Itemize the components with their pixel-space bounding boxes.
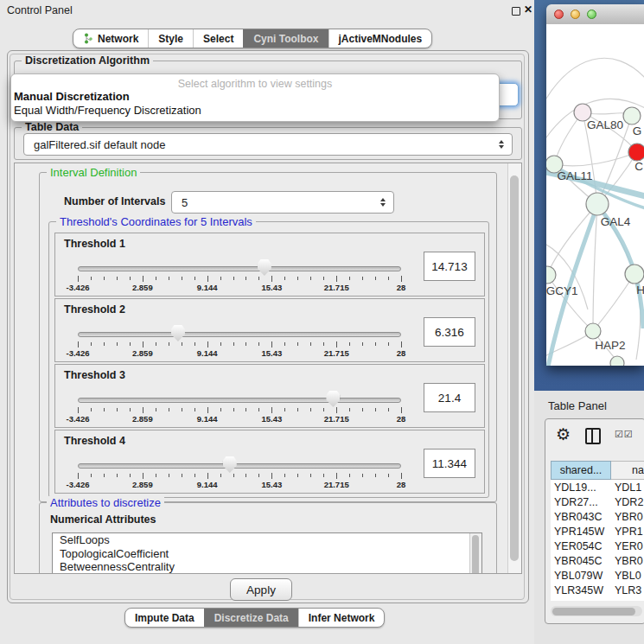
node-table[interactable]: shared... na YDL19...YDL1YDR27...YDR2YBR…	[551, 461, 644, 601]
network-canvas[interactable]: GAL80GCGAL11GAL4GCY1HHAP2	[546, 24, 644, 366]
slider-thumb[interactable]	[171, 325, 185, 341]
slider-thumb[interactable]	[223, 456, 237, 473]
close-traffic-light-icon[interactable]	[554, 10, 564, 19]
network-node-c[interactable]	[628, 143, 644, 161]
table-row[interactable]: YLR345WYLR3	[551, 583, 644, 597]
column-header-shared-name[interactable]: shared...	[551, 461, 611, 480]
top-tab-bar: NetworkStyleSelectCyni ToolboxjActiveMNo…	[73, 29, 432, 48]
tick-mark	[117, 277, 118, 280]
tick-mark	[220, 342, 221, 346]
table-row[interactable]: YPR145WYPR1	[551, 524, 644, 539]
tick-mark	[169, 474, 169, 477]
tick-label: -3.426	[67, 348, 90, 358]
network-node-gal4[interactable]	[586, 193, 609, 215]
slider[interactable]: -3.4262.8599.14415.4321.71528	[78, 456, 401, 489]
node-label: GAL4	[601, 215, 631, 228]
attributes-group-label: Attributes to discretize	[47, 496, 164, 509]
slider-track[interactable]	[78, 398, 401, 403]
table-row[interactable]: YBL079WYBL0	[551, 568, 644, 583]
table-data-combobox[interactable]: galFiltered.sif default node	[23, 133, 513, 156]
vertical-scrollbar[interactable]	[507, 163, 521, 573]
table-row[interactable]: YBR043CYBR0	[551, 509, 644, 524]
apply-button[interactable]: Apply	[230, 578, 292, 601]
slider[interactable]: -3.4262.8599.14415.4321.71528	[78, 391, 401, 424]
threshold-value-field[interactable]: 6.316	[424, 317, 475, 347]
network-node-hap2[interactable]	[585, 323, 601, 339]
tab-jactivemnodules[interactable]: jActiveMNodules	[328, 29, 432, 48]
tab-style[interactable]: Style	[148, 29, 193, 48]
tick-label: 2.859	[132, 348, 153, 358]
slider-thumb[interactable]	[326, 391, 340, 407]
tick-mark	[156, 342, 156, 346]
tick-mark	[271, 407, 272, 413]
tab-discretize-data[interactable]: Discretize Data	[204, 609, 298, 627]
table-row[interactable]: YIL052CYIL0	[551, 597, 644, 601]
tab-select[interactable]: Select	[193, 29, 243, 48]
tick-mark	[220, 408, 221, 411]
tick-mark	[143, 407, 143, 413]
attribute-item[interactable]: SelfLoops	[53, 533, 481, 547]
threshold-value-field[interactable]: 21.4	[424, 383, 475, 412]
tick-label: -3.426	[67, 283, 90, 292]
table-row[interactable]: YDR27...YDR2	[551, 494, 644, 509]
tick-mark	[245, 342, 246, 346]
slider-track[interactable]	[78, 463, 401, 469]
table-row[interactable]: YER054CYER0	[551, 539, 644, 553]
threshold-value-field[interactable]: 11.344	[424, 449, 475, 478]
attribute-item[interactable]: BetweennessCentrality	[53, 560, 481, 574]
tick-mark	[130, 342, 131, 346]
tick-mark	[91, 342, 92, 346]
tick-label: 21.715	[324, 414, 349, 424]
table-row[interactable]: YDL19...YDL1	[551, 480, 644, 494]
number-of-intervals-combobox[interactable]: 5	[171, 191, 394, 214]
tick-mark	[156, 277, 156, 280]
tick-label: 21.715	[324, 283, 349, 292]
tick-mark	[258, 474, 259, 477]
tick-mark	[336, 276, 337, 282]
tab-label: Network	[98, 33, 138, 45]
threshold-value-field[interactable]: 14.713	[424, 252, 475, 281]
zoom-traffic-light-icon[interactable]	[587, 10, 596, 19]
tick-mark	[349, 408, 350, 411]
float-window-icon[interactable]	[512, 7, 520, 16]
dropdown-item[interactable]: Equal Width/Frequency Discretization	[11, 104, 499, 118]
slider-thumb[interactable]	[258, 259, 271, 276]
select-columns-icon[interactable]: ☑☑	[615, 429, 634, 440]
column-header-name[interactable]: na	[611, 461, 644, 480]
stepper-arrows-icon	[494, 140, 508, 149]
network-node[interactable]	[610, 356, 624, 366]
thresholds-group-label: Threshold's Coordinates for 5 Intervals	[56, 215, 256, 228]
gear-icon[interactable]: ⚙	[556, 424, 571, 444]
settings-scroll-pane: Interval Definition Number of Intervals …	[14, 163, 522, 574]
close-icon[interactable]: ✕	[524, 3, 532, 16]
threshold-label: Threshold 3	[64, 369, 125, 381]
tab-cyni-toolbox[interactable]: Cyni Toolbox	[243, 29, 328, 48]
network-window: GAL80GCGAL11GAL4GCY1HHAP2	[546, 4, 644, 366]
slider-track[interactable]	[78, 332, 401, 337]
tab-infer-network[interactable]: Infer Network	[298, 609, 385, 627]
tick-mark	[156, 408, 156, 411]
horizontal-scrollbar[interactable]	[551, 606, 642, 616]
network-node-h[interactable]	[625, 265, 644, 284]
threshold-row: Threshold 4-3.4262.8599.14415.4321.71528…	[54, 430, 485, 494]
tab-network[interactable]: Network	[73, 29, 148, 48]
list-scrollbar[interactable]	[469, 533, 481, 574]
slider[interactable]: -3.4262.8599.14415.4321.71528	[78, 259, 401, 292]
attribute-item[interactable]: TopologicalCoefficient	[53, 547, 481, 561]
tab-label: Discretize Data	[214, 612, 289, 624]
tab-label: Infer Network	[309, 612, 375, 624]
slider[interactable]: -3.4262.8599.14415.4321.71528	[78, 325, 401, 358]
slider-track[interactable]	[78, 266, 401, 271]
network-node-g[interactable]	[623, 107, 641, 124]
numerical-attributes-list[interactable]: SelfLoopsTopologicalCoefficientBetweenne…	[52, 532, 482, 574]
split-table-icon[interactable]	[585, 428, 601, 444]
network-node-gcy1[interactable]	[546, 266, 556, 284]
tick-label: -3.426	[67, 480, 90, 489]
minimize-traffic-light-icon[interactable]	[571, 10, 580, 19]
dropdown-item[interactable]: Manual Discretization	[11, 90, 499, 104]
table-row[interactable]: YBR045CYBR0	[551, 553, 644, 568]
tick-mark	[117, 474, 118, 477]
tick-mark	[233, 277, 234, 280]
tab-impute-data[interactable]: Impute Data	[125, 609, 204, 627]
tick-mark	[91, 277, 92, 280]
